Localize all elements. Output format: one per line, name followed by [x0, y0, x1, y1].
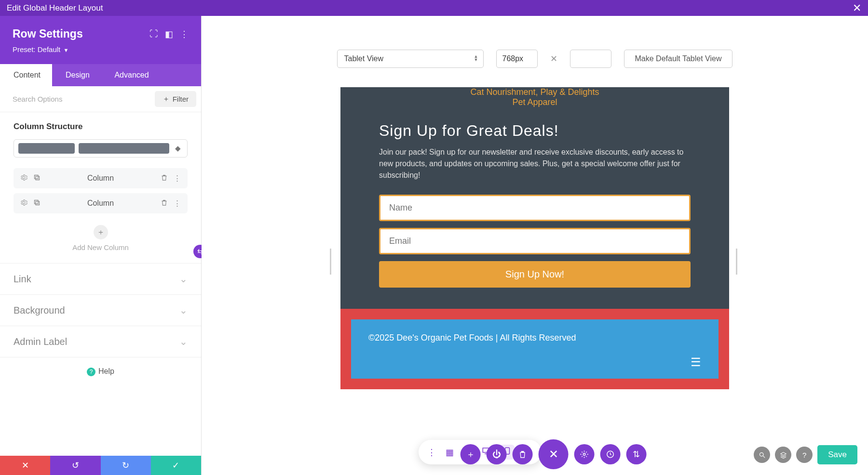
svg-rect-0	[36, 176, 40, 180]
column-label: Column	[46, 174, 155, 183]
trash-icon[interactable]	[161, 174, 168, 183]
column-bar	[18, 143, 75, 154]
redo-button[interactable]: ↻	[101, 456, 151, 475]
builder-actions-toolbar: ＋ ⏻ ✕ ⇅	[461, 439, 647, 469]
drag-handle-icon[interactable]: ⋮	[427, 447, 436, 458]
footer-row: ©2025 Dee's Organic Pet Foods | All Righ…	[351, 319, 719, 379]
chevron-down-icon: ⌄	[179, 273, 188, 285]
nav-link[interactable]: Cat Nourishment, Play & Delights	[470, 87, 599, 97]
close-builder-button[interactable]: ✕	[539, 439, 569, 469]
make-default-button[interactable]: Make Default Tablet View	[624, 50, 733, 68]
chevron-down-icon: ⌄	[179, 336, 188, 347]
help-icon: ?	[87, 368, 95, 376]
column-bar	[79, 143, 169, 154]
plus-icon[interactable]: ＋	[94, 225, 108, 239]
accordion-list: Link ⌄ Background ⌄ Admin Label ⌄	[0, 263, 201, 357]
gear-icon[interactable]	[20, 199, 27, 208]
delete-icon[interactable]	[513, 444, 533, 464]
settings-icon[interactable]	[574, 444, 595, 464]
tab-advanced[interactable]: Advanced	[100, 64, 163, 86]
column-structure-section: Column Structure ◆ Column ⋮ Column ⋮ ＋ A…	[0, 112, 201, 263]
undo-button[interactable]: ↺	[50, 456, 100, 475]
tab-content[interactable]: Content	[0, 64, 52, 86]
preview-wrapper: Cat Nourishment, Play & Delights Pet App…	[340, 87, 729, 389]
svg-line-13	[763, 456, 765, 458]
preset-selector[interactable]: Preset: Default ▼	[13, 45, 189, 53]
history-icon[interactable]	[600, 444, 621, 464]
gear-icon[interactable]	[20, 174, 27, 183]
section-title: Column Structure	[14, 122, 188, 132]
height-input[interactable]	[570, 50, 611, 68]
signup-paragraph: Join our pack! Sign up for our newslette…	[379, 146, 691, 181]
signup-button[interactable]: Sign Up Now!	[379, 261, 691, 288]
select-arrows-icon: ▲▼	[474, 55, 478, 62]
column-item[interactable]: Column ⋮	[14, 193, 188, 213]
wireframe-icon[interactable]: ▦	[446, 447, 454, 458]
accordion-link[interactable]: Link ⌄	[0, 264, 201, 295]
filter-plus-icon: ＋	[163, 94, 170, 104]
topbar-title: Edit Global Header Layout	[7, 3, 103, 13]
email-input[interactable]	[379, 228, 691, 254]
selected-row-highlight[interactable]: ©2025 Dee's Organic Pet Foods | All Righ…	[340, 309, 729, 389]
portability-icon[interactable]: ⇅	[626, 444, 647, 464]
width-input[interactable]	[496, 50, 538, 68]
layers-icon[interactable]	[775, 447, 791, 463]
column-label: Column	[46, 199, 155, 208]
accordion-background[interactable]: Background ⌄	[0, 295, 201, 326]
help-link[interactable]: ?Help	[0, 357, 201, 386]
power-icon[interactable]: ⏻	[487, 444, 507, 464]
settings-title: Row Settings	[13, 27, 143, 40]
svg-rect-1	[35, 175, 39, 179]
settings-sidebar: Row Settings ⛶ ◧ ⋮ Preset: Default ▼ Con…	[0, 16, 202, 475]
help-icon[interactable]: ?	[796, 447, 813, 463]
preview-nav-links: Cat Nourishment, Play & Delights Pet App…	[340, 87, 729, 116]
svg-rect-2	[36, 201, 40, 205]
device-toolbar: Tablet View ▲▼ ✕ Make Default Tablet Vie…	[202, 16, 868, 87]
duplicate-icon[interactable]	[33, 199, 41, 208]
right-toolbar: ? Save	[754, 445, 857, 464]
accordion-admin-label[interactable]: Admin Label ⌄	[0, 326, 201, 357]
settings-tabs: Content Design Advanced	[0, 64, 201, 86]
copyright-text: ©2025 Dee's Organic Pet Foods | All Righ…	[368, 333, 701, 343]
resize-handle-left[interactable]	[330, 249, 334, 275]
view-select[interactable]: Tablet View ▲▼	[337, 50, 484, 68]
dimensions-x-icon: ✕	[550, 53, 557, 64]
search-row: ＋ Filter	[0, 86, 201, 112]
filter-button[interactable]: ＋ Filter	[155, 91, 196, 107]
more-icon[interactable]: ⋮	[174, 199, 181, 208]
trash-icon[interactable]	[161, 199, 168, 208]
search-input[interactable]	[13, 95, 155, 103]
chevron-down-icon: ⌄	[179, 304, 188, 316]
add-button[interactable]: ＋	[461, 444, 481, 464]
cancel-button[interactable]: ✕	[0, 456, 50, 475]
resize-handle-right[interactable]	[736, 249, 740, 275]
tab-design[interactable]: Design	[52, 64, 100, 86]
close-icon[interactable]: ✕	[853, 2, 861, 14]
duplicate-icon[interactable]	[33, 174, 41, 183]
confirm-button[interactable]: ✓	[151, 456, 201, 475]
page-preview: Cat Nourishment, Play & Delights Pet App…	[340, 87, 729, 389]
nav-link[interactable]: Pet Apparel	[512, 97, 557, 107]
expand-icon[interactable]: ⛶	[149, 29, 158, 39]
search-icon[interactable]	[754, 447, 770, 463]
more-icon[interactable]: ⋮	[174, 174, 181, 183]
signup-heading: Sign Up for Great Deals!	[379, 122, 691, 140]
preview-hero: Cat Nourishment, Play & Delights Pet App…	[340, 87, 729, 309]
hamburger-icon[interactable]: ☰	[368, 356, 701, 369]
caret-down-icon: ▼	[63, 47, 68, 53]
name-input[interactable]	[379, 195, 691, 221]
column-layout-picker[interactable]: ◆	[14, 139, 188, 158]
preview-stage: Tablet View ▲▼ ✕ Make Default Tablet Vie…	[202, 16, 868, 475]
signup-block: Sign Up for Great Deals! Join our pack! …	[340, 116, 729, 309]
add-column[interactable]: ＋ Add New Column	[14, 218, 188, 263]
sidebar-actions: ✕ ↺ ↻ ✓	[0, 456, 201, 475]
more-icon[interactable]: ⋮	[180, 29, 189, 40]
svg-rect-3	[35, 200, 39, 204]
sidebar-header: Row Settings ⛶ ◧ ⋮ Preset: Default ▼	[0, 16, 201, 64]
svg-point-12	[760, 452, 763, 456]
save-button[interactable]: Save	[817, 445, 857, 464]
snap-icon[interactable]: ◧	[165, 29, 173, 40]
svg-point-10	[583, 453, 585, 456]
column-item[interactable]: Column ⋮	[14, 168, 188, 188]
layout-dropdown-icon[interactable]: ◆	[173, 144, 183, 153]
